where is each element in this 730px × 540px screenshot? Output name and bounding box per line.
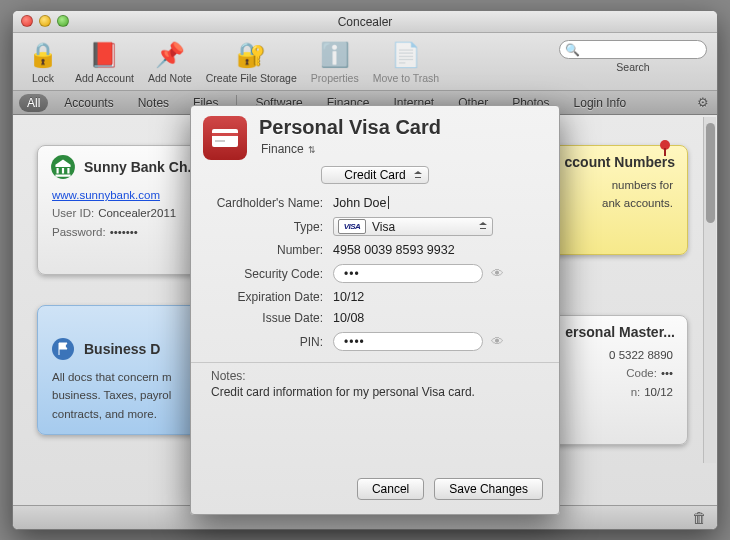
notes-field[interactable]: Credit card information for my personal … bbox=[211, 385, 539, 399]
minimize-button[interactable] bbox=[39, 15, 51, 27]
toolbar: 🔒 Lock 📕 Add Account 📌 Add Note 🔐 Create… bbox=[13, 33, 717, 91]
form: Cardholder's Name: John Doe Type: VISA V… bbox=[191, 192, 559, 358]
issue-label: Issue Date: bbox=[211, 311, 323, 325]
note-line: numbers for bbox=[612, 179, 673, 191]
edit-sheet: Personal Visa Card Finance Credit Card C… bbox=[190, 105, 560, 515]
tab-login[interactable]: Login Info bbox=[566, 94, 635, 112]
create-storage-label: Create File Storage bbox=[206, 72, 297, 84]
seccode-field[interactable]: ••• bbox=[333, 264, 483, 283]
card-type-select[interactable]: VISA Visa bbox=[333, 217, 493, 236]
tab-notes[interactable]: Notes bbox=[130, 94, 177, 112]
search-group: 🔍 Search bbox=[559, 36, 711, 73]
lock-button[interactable]: 🔒 Lock bbox=[19, 36, 67, 86]
seccode-value: ••• bbox=[344, 267, 360, 281]
sheet-title: Personal Visa Card bbox=[259, 116, 547, 139]
svg-rect-2 bbox=[664, 148, 666, 156]
save-button[interactable]: Save Changes bbox=[434, 478, 543, 500]
pin-label: PIN: bbox=[211, 335, 323, 349]
userid-value: Concealer2011 bbox=[98, 207, 176, 219]
create-storage-button[interactable]: 🔐 Create File Storage bbox=[200, 36, 303, 86]
password-value: ••••••• bbox=[110, 226, 138, 238]
cardholder-field[interactable]: John Doe bbox=[333, 196, 539, 210]
pin-value: •••• bbox=[344, 335, 365, 349]
card-title: ersonal Master... bbox=[565, 324, 675, 340]
move-trash-label: Move to Trash bbox=[373, 72, 440, 84]
number-field[interactable]: 4958 0039 8593 9932 bbox=[333, 243, 539, 257]
scroll-thumb[interactable] bbox=[706, 123, 715, 223]
userid-label: User ID: bbox=[52, 207, 94, 219]
pin-field[interactable]: •••• bbox=[333, 332, 483, 351]
properties-label: Properties bbox=[311, 72, 359, 84]
folder-title: Business D bbox=[84, 341, 160, 357]
card-title: Sunny Bank Ch... bbox=[84, 159, 199, 175]
eye-icon[interactable]: 👁 bbox=[491, 334, 504, 349]
trash-icon[interactable]: 🗑 bbox=[692, 509, 707, 526]
pinned-note-icon: 📌 bbox=[153, 38, 187, 72]
search-input[interactable] bbox=[559, 40, 707, 59]
svg-rect-6 bbox=[215, 140, 225, 142]
card-type-value: Visa bbox=[372, 220, 395, 234]
code-label: Code: bbox=[626, 367, 657, 379]
notebook-pencil-icon: 📕 bbox=[87, 38, 121, 72]
tab-accounts[interactable]: Accounts bbox=[56, 94, 121, 112]
bank-icon bbox=[50, 154, 76, 180]
add-account-label: Add Account bbox=[75, 72, 134, 84]
add-note-button[interactable]: 📌 Add Note bbox=[142, 36, 198, 86]
safe-icon: 🔐 bbox=[234, 38, 268, 72]
gear-icon[interactable]: ⚙ bbox=[697, 95, 709, 110]
properties-button[interactable]: ℹ️ Properties bbox=[305, 36, 365, 86]
password-label: Password: bbox=[52, 226, 106, 238]
trash-icon: 📄 bbox=[389, 38, 423, 72]
note-line: ank accounts. bbox=[602, 197, 673, 209]
type-label: Type: bbox=[211, 220, 323, 234]
expiration-field[interactable]: 10/12 bbox=[333, 290, 539, 304]
credit-card-icon bbox=[203, 116, 247, 160]
svg-rect-4 bbox=[212, 129, 238, 147]
flag-icon bbox=[50, 336, 76, 362]
exp-value: 10/12 bbox=[644, 386, 673, 398]
category-select[interactable]: Finance bbox=[259, 141, 332, 157]
notes-section: Notes: Credit card information for my pe… bbox=[191, 362, 559, 399]
vertical-scrollbar[interactable] bbox=[703, 117, 716, 463]
pushpin-icon bbox=[655, 138, 675, 158]
eye-icon[interactable]: 👁 bbox=[491, 266, 504, 281]
seccode-label: Security Code: bbox=[211, 267, 323, 281]
cardholder-label: Cardholder's Name: bbox=[211, 196, 323, 210]
bank-url-link[interactable]: www.sunnybank.com bbox=[52, 189, 160, 201]
info-icon: ℹ️ bbox=[318, 38, 352, 72]
exp-label: n: bbox=[631, 386, 641, 398]
zoom-button[interactable] bbox=[57, 15, 69, 27]
lock-icon: 🔒 bbox=[26, 38, 60, 72]
titlebar: Concealer bbox=[13, 11, 717, 33]
move-trash-button[interactable]: 📄 Move to Trash bbox=[367, 36, 446, 86]
tab-all[interactable]: All bbox=[19, 94, 48, 112]
issue-field[interactable]: 10/08 bbox=[333, 311, 539, 325]
visa-badge-icon: VISA bbox=[338, 219, 366, 234]
notes-label: Notes: bbox=[211, 369, 539, 383]
record-type-select[interactable]: Credit Card bbox=[321, 166, 428, 184]
search-icon: 🔍 bbox=[565, 43, 580, 57]
window-controls bbox=[21, 15, 69, 27]
add-note-label: Add Note bbox=[148, 72, 192, 84]
card-number-frag: 0 5322 8890 bbox=[609, 349, 673, 361]
code-value: ••• bbox=[661, 367, 673, 379]
add-account-button[interactable]: 📕 Add Account bbox=[69, 36, 140, 86]
close-button[interactable] bbox=[21, 15, 33, 27]
lock-label: Lock bbox=[32, 72, 54, 84]
expiration-label: Expiration Date: bbox=[211, 290, 323, 304]
svg-rect-5 bbox=[212, 133, 238, 136]
window-title: Concealer bbox=[338, 15, 393, 29]
number-label: Number: bbox=[211, 243, 323, 257]
search-label: Search bbox=[616, 61, 649, 73]
cancel-button[interactable]: Cancel bbox=[357, 478, 424, 500]
